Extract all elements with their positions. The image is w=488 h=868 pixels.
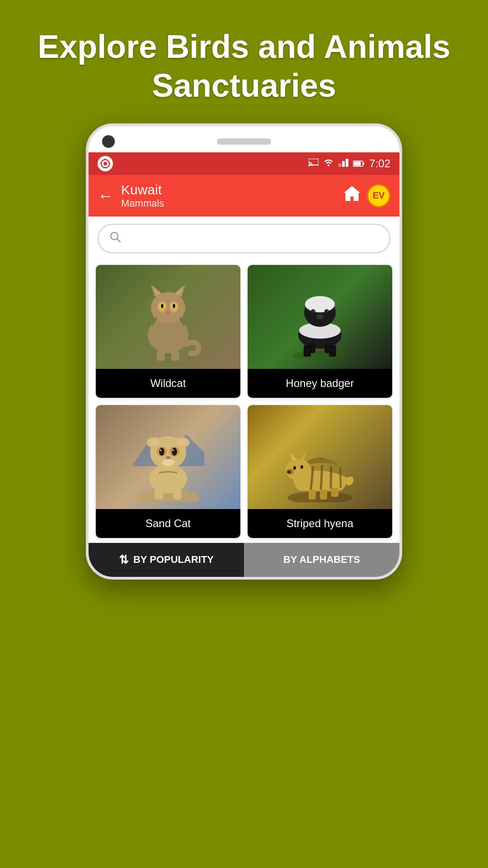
svg-point-62 xyxy=(172,448,177,456)
svg-rect-84 xyxy=(309,490,316,500)
sandcat-image xyxy=(96,405,240,509)
honeybadger-image xyxy=(248,265,392,369)
home-button[interactable] xyxy=(343,185,361,206)
svg-point-63 xyxy=(160,449,161,451)
svg-line-81 xyxy=(321,465,322,490)
app-bar-left: ← Kuwait Mammals xyxy=(98,182,164,209)
animal-grid: Wildcat xyxy=(89,260,399,542)
stripedhyena-image xyxy=(248,405,392,509)
svg-point-7 xyxy=(328,165,329,166)
svg-line-3 xyxy=(109,163,110,164)
svg-point-79 xyxy=(287,470,291,474)
svg-line-2 xyxy=(100,163,101,164)
app-bar-right: EV xyxy=(343,184,390,208)
svg-rect-68 xyxy=(173,490,182,500)
wildcat-image xyxy=(96,265,240,369)
app-logo-icon xyxy=(98,156,113,171)
svg-point-38 xyxy=(305,296,335,312)
svg-point-41 xyxy=(313,310,314,312)
svg-line-82 xyxy=(331,466,331,489)
svg-point-77 xyxy=(300,465,303,469)
tab-alphabets-label: BY ALPHABETS xyxy=(283,554,360,566)
svg-point-66 xyxy=(162,459,174,466)
phone-frame: 7:02 ← Kuwait Mammals EV xyxy=(86,123,402,580)
svg-point-76 xyxy=(293,466,296,470)
ev-badge[interactable]: EV xyxy=(367,184,390,208)
tab-by-alphabets[interactable]: BY ALPHABETS xyxy=(244,543,399,577)
sandcat-label: Sand Cat xyxy=(96,509,240,538)
animal-card-wildcat[interactable]: Wildcat xyxy=(96,265,240,398)
honeybadger-label: Honey badger xyxy=(248,369,392,398)
app-bar: ← Kuwait Mammals EV xyxy=(89,175,399,217)
svg-rect-46 xyxy=(308,343,315,353)
svg-rect-32 xyxy=(157,351,165,361)
svg-rect-14 xyxy=(354,161,361,165)
svg-line-4 xyxy=(104,159,105,160)
animal-card-stripedhyena[interactable]: Striped hyena xyxy=(248,405,392,538)
page-title: Explore Birds and Animals Sanctuaries xyxy=(18,27,470,105)
svg-rect-11 xyxy=(338,163,341,167)
wifi-icon xyxy=(323,158,334,170)
app-bar-title: Kuwait Mammals xyxy=(121,182,164,209)
bottom-tabs: ⇅ BY POPULARITY BY ALPHABETS xyxy=(89,542,399,577)
wildcat-label: Wildcat xyxy=(96,369,240,398)
search-input-wrap xyxy=(98,224,390,253)
battery-icon xyxy=(353,158,365,170)
status-time: 7:02 xyxy=(369,157,390,170)
svg-rect-47 xyxy=(324,343,332,353)
svg-point-1 xyxy=(103,162,107,165)
phone-camera xyxy=(102,135,115,148)
signal-icon xyxy=(338,158,348,170)
svg-line-83 xyxy=(340,467,341,488)
search-input[interactable] xyxy=(127,232,379,245)
svg-point-29 xyxy=(166,311,170,315)
stripedhyena-label: Striped hyena xyxy=(248,509,392,538)
svg-point-57 xyxy=(149,439,160,446)
svg-point-64 xyxy=(172,449,174,451)
tab-by-popularity[interactable]: ⇅ BY POPULARITY xyxy=(89,543,244,577)
back-button[interactable]: ← xyxy=(98,188,114,204)
cast-icon xyxy=(309,158,319,170)
svg-rect-10 xyxy=(342,161,345,167)
status-bar: 7:02 xyxy=(89,152,399,175)
app-title: Kuwait xyxy=(121,182,164,198)
svg-point-28 xyxy=(173,304,175,308)
svg-point-34 xyxy=(293,351,347,360)
svg-rect-67 xyxy=(155,490,164,500)
svg-marker-72 xyxy=(301,450,306,461)
svg-line-16 xyxy=(117,239,120,242)
svg-rect-86 xyxy=(331,488,338,497)
search-icon xyxy=(109,231,121,246)
svg-rect-33 xyxy=(171,351,179,361)
sort-icon: ⇅ xyxy=(119,553,129,567)
svg-rect-85 xyxy=(320,490,327,500)
svg-point-43 xyxy=(316,314,324,320)
animal-card-sandcat[interactable]: Sand Cat xyxy=(96,405,240,538)
svg-point-42 xyxy=(326,310,328,312)
svg-rect-9 xyxy=(346,159,348,167)
status-bar-left xyxy=(98,156,113,171)
app-subtitle: Mammals xyxy=(121,198,164,209)
search-bar xyxy=(89,217,399,260)
svg-point-58 xyxy=(176,439,187,446)
status-bar-right: 7:02 xyxy=(309,157,390,170)
phone-speaker xyxy=(217,138,271,145)
svg-rect-13 xyxy=(363,162,364,165)
svg-point-61 xyxy=(159,448,164,456)
phone-top xyxy=(89,126,399,152)
page-header: Explore Birds and Animals Sanctuaries xyxy=(0,0,488,123)
tab-popularity-label: BY POPULARITY xyxy=(133,554,214,566)
svg-point-27 xyxy=(161,304,164,308)
animal-card-honeybadger[interactable]: Honey badger xyxy=(248,265,392,398)
